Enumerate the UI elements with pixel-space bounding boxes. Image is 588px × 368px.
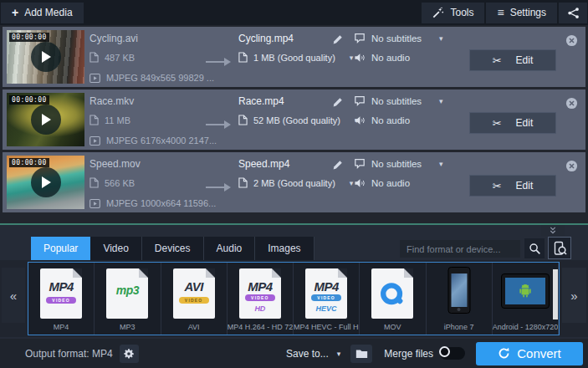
iphone-screen bbox=[451, 273, 467, 307]
video-codec-icon bbox=[89, 136, 100, 146]
file-icon bbox=[238, 177, 248, 188]
format-item-mp4-hevc[interactable]: MP4 VIDEO HEVC MP4 HEVC - Full HD 1... bbox=[294, 263, 360, 335]
share-button[interactable] bbox=[559, 3, 587, 23]
format-strip: MP4 VIDEO MP4 mp3 MP3 AVI VIDEO AVI MP4 … bbox=[28, 262, 560, 335]
edit-button[interactable]: ✂ Edit bbox=[469, 49, 556, 71]
output-settings-button[interactable] bbox=[120, 345, 139, 363]
source-size: 566 KB bbox=[89, 177, 135, 188]
format-doc-text: MP4 bbox=[305, 279, 347, 294]
tab-video[interactable]: Video bbox=[90, 237, 141, 260]
format-item-mp3[interactable]: mp3 MP3 bbox=[95, 263, 161, 335]
remove-file-button[interactable] bbox=[565, 160, 578, 172]
panel-divider bbox=[0, 223, 588, 225]
settings-label: Settings bbox=[510, 7, 546, 18]
media-row-cycling[interactable]: 00:00:00 Cycling.avi 487 KB MJPEG 849x56… bbox=[3, 27, 585, 87]
media-row-speed[interactable]: 00:00:00 Speed.mov 566 KB MJPEG 1000x664… bbox=[3, 152, 585, 212]
chevron-down-icon: ▾ bbox=[350, 179, 354, 187]
video-badge: VIDEO bbox=[311, 294, 341, 301]
format-label: MP3 bbox=[95, 323, 160, 331]
scroll-left-button[interactable]: « bbox=[2, 268, 25, 323]
search-button[interactable] bbox=[524, 238, 545, 258]
tab-images[interactable]: Images bbox=[255, 237, 314, 260]
format-item-android[interactable]: Android - 1280x720 bbox=[493, 263, 559, 335]
remove-file-button[interactable] bbox=[565, 97, 578, 110]
subtitles-dropdown[interactable]: No subtitles ▾ bbox=[354, 95, 443, 106]
output-format-label: Output format: MP4 bbox=[25, 348, 113, 360]
audio-status: No audio bbox=[354, 53, 410, 63]
merge-files-toggle[interactable] bbox=[440, 347, 465, 360]
format-item-mp4[interactable]: MP4 VIDEO MP4 bbox=[28, 263, 95, 335]
file-icon bbox=[238, 52, 248, 63]
audio-status: No audio bbox=[354, 178, 410, 188]
tab-popular[interactable]: Popular bbox=[31, 237, 90, 260]
target-size-dropdown[interactable]: 2 MB (Good quality) ▾ bbox=[238, 177, 353, 188]
format-tab-bar: Popular Video Devices Audio Images bbox=[31, 237, 314, 260]
timestamp-badge: 00:00:00 bbox=[9, 158, 49, 167]
magic-wand-icon bbox=[432, 7, 444, 18]
play-overlay-icon[interactable] bbox=[31, 105, 61, 135]
open-folder-button[interactable] bbox=[350, 345, 372, 363]
timestamp-badge: 00:00:00 bbox=[9, 95, 49, 105]
tab-audio[interactable]: Audio bbox=[204, 237, 256, 260]
chevron-down-icon: ▾ bbox=[439, 34, 443, 43]
format-item-iphone7[interactable]: iPhone 7 bbox=[427, 263, 493, 335]
video-thumbnail[interactable]: 00:00:00 bbox=[7, 93, 84, 146]
play-overlay-icon[interactable] bbox=[31, 167, 61, 197]
edit-button[interactable]: ✂ Edit bbox=[469, 175, 556, 197]
format-doc-text: MP4 bbox=[40, 279, 82, 294]
source-filename: Race.mkv bbox=[89, 95, 134, 107]
source-filename: Cycling.avi bbox=[89, 33, 138, 44]
file-icon bbox=[89, 177, 99, 188]
tools-label: Tools bbox=[450, 7, 473, 18]
android-robot-icon bbox=[516, 284, 534, 299]
speaker-icon bbox=[354, 115, 366, 125]
tools-button[interactable]: Tools bbox=[422, 3, 484, 23]
speaker-icon bbox=[354, 178, 366, 188]
source-codec: MJPEG 6176x4000 2147... bbox=[89, 135, 217, 146]
tab-label: Audio bbox=[217, 243, 243, 254]
rename-pencil-icon[interactable] bbox=[332, 159, 343, 174]
device-detect-button[interactable] bbox=[548, 237, 571, 259]
format-item-mp4-hd[interactable]: MP4 VIDEO HD MP4 H.264 - HD 720p bbox=[228, 263, 294, 335]
edit-label: Edit bbox=[516, 117, 534, 129]
rename-pencil-icon[interactable] bbox=[332, 96, 343, 111]
save-to-dropdown[interactable]: Save to... ▾ bbox=[286, 348, 340, 360]
format-variant-text: HD bbox=[239, 304, 281, 313]
speaker-icon bbox=[354, 53, 366, 63]
target-size-text: 52 MB (Good quality) bbox=[253, 115, 340, 125]
target-size-dropdown[interactable]: 1 MB (Good quality) ▾ bbox=[238, 52, 353, 63]
subtitles-dropdown[interactable]: No subtitles ▾ bbox=[354, 33, 443, 43]
add-media-button[interactable]: + Add Media bbox=[1, 3, 84, 23]
target-filename: Speed.mp4 bbox=[238, 158, 289, 170]
format-item-mov[interactable]: MOV bbox=[360, 263, 426, 335]
collapse-panel-button[interactable] bbox=[541, 225, 565, 236]
edit-button[interactable]: ✂ Edit bbox=[469, 112, 556, 134]
play-overlay-icon[interactable] bbox=[31, 42, 61, 72]
subtitles-dropdown[interactable]: No subtitles ▾ bbox=[354, 158, 443, 169]
video-thumbnail[interactable]: 00:00:00 bbox=[7, 30, 84, 84]
video-thumbnail[interactable]: 00:00:00 bbox=[7, 156, 84, 209]
scroll-right-button[interactable]: » bbox=[562, 268, 586, 323]
iphone-home-button bbox=[458, 308, 461, 311]
rename-pencil-icon[interactable] bbox=[332, 33, 343, 49]
format-search-input[interactable] bbox=[400, 240, 520, 258]
format-doc-text: AVI bbox=[173, 279, 215, 294]
plus-icon: + bbox=[12, 7, 18, 18]
tab-devices[interactable]: Devices bbox=[142, 237, 204, 260]
settings-button[interactable]: ≡ Settings bbox=[486, 3, 557, 23]
media-row-race[interactable]: 00:00:00 Race.mkv 11 MB MJPEG 6176x4000 … bbox=[3, 89, 585, 150]
target-size-text: 1 MB (Good quality) bbox=[253, 53, 335, 63]
scissors-icon: ✂ bbox=[493, 117, 502, 130]
mp3-file-icon: mp3 bbox=[106, 268, 148, 319]
video-badge: VIDEO bbox=[245, 294, 275, 301]
format-item-avi[interactable]: AVI VIDEO AVI bbox=[161, 263, 228, 335]
target-size-dropdown[interactable]: 52 MB (Good quality) ▾ bbox=[238, 115, 358, 125]
source-codec: MJPEG 849x565 99829 ... bbox=[89, 73, 214, 83]
chevron-down-icon: ▾ bbox=[439, 97, 443, 105]
media-file-list: 00:00:00 Cycling.avi 487 KB MJPEG 849x56… bbox=[3, 27, 585, 215]
convert-button[interactable]: Convert bbox=[476, 342, 583, 365]
format-label: MP4 bbox=[28, 323, 94, 331]
remove-file-button[interactable] bbox=[565, 34, 578, 47]
conversion-arrow-icon bbox=[206, 54, 231, 69]
format-label: MP4 HEVC - Full HD 1... bbox=[294, 323, 359, 331]
